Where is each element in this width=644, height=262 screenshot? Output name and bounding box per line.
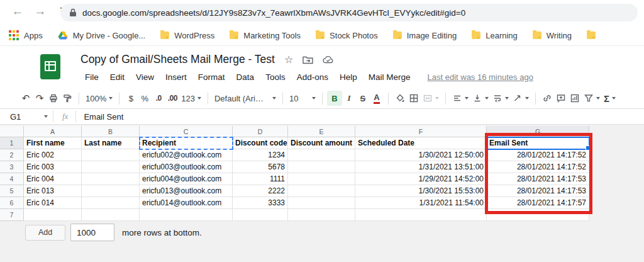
decrease-decimal-button[interactable]: .0: [152, 91, 165, 106]
redo-icon[interactable]: ↷: [33, 91, 47, 106]
cell-c1[interactable]: Recipient: [140, 137, 233, 149]
menu-mail-merge[interactable]: Mail Merge: [363, 71, 416, 84]
cell-e4[interactable]: [288, 173, 355, 185]
cell-b2[interactable]: [82, 149, 140, 161]
cell-c6[interactable]: ericfu014@outlook.com: [140, 197, 233, 209]
cell-e6[interactable]: [288, 197, 355, 209]
cell-e3[interactable]: [288, 161, 355, 173]
text-color-button[interactable]: A: [370, 91, 384, 106]
col-header-a[interactable]: A: [24, 126, 82, 137]
cell-d5[interactable]: 2222: [233, 185, 288, 197]
cell-b1[interactable]: Last name: [82, 137, 140, 149]
row-header[interactable]: 6: [0, 197, 24, 209]
cell-e2[interactable]: [288, 149, 355, 161]
cell-f7[interactable]: [355, 209, 487, 221]
move-to-folder-icon[interactable]: [303, 55, 313, 64]
document-title[interactable]: Copy of Gmail/Sheets Mail Merge - Test: [80, 53, 275, 66]
cell-g5[interactable]: 28/01/2021 14:17:53: [487, 185, 589, 197]
cell-c7[interactable]: [140, 209, 233, 221]
text-wrap-button[interactable]: [491, 91, 511, 106]
menu-insert[interactable]: Insert: [160, 71, 192, 84]
increase-decimal-button[interactable]: .00: [165, 91, 179, 106]
menu-addons[interactable]: Add-ons: [291, 71, 334, 84]
insert-chart-icon[interactable]: [568, 91, 582, 106]
cell-reference-box[interactable]: G1: [0, 112, 53, 122]
col-header-e[interactable]: E: [288, 126, 355, 137]
bookmark-apps[interactable]: Apps: [9, 30, 43, 40]
menu-format[interactable]: Format: [192, 71, 231, 84]
row-header[interactable]: 1: [0, 137, 24, 149]
paint-format-icon[interactable]: [60, 91, 74, 106]
zoom-select[interactable]: 100%: [84, 91, 114, 106]
functions-button[interactable]: Σ: [602, 91, 618, 106]
cell-a6[interactable]: Eric 014: [24, 197, 82, 209]
cell-d7[interactable]: [233, 209, 288, 221]
cell-f2[interactable]: 1/30/2021 12:50:00: [355, 149, 487, 161]
bold-button[interactable]: B: [327, 91, 342, 106]
cell-f5[interactable]: 1/30/2021 15:53:00: [355, 185, 487, 197]
row-header[interactable]: 2: [0, 149, 24, 161]
col-header-c[interactable]: C: [140, 126, 233, 137]
cell-d6[interactable]: 3333: [233, 197, 288, 209]
cell-d3[interactable]: 5678: [233, 161, 288, 173]
bookmark-image-editing[interactable]: Image Editing: [393, 31, 457, 40]
bookmark-writing[interactable]: Writing: [533, 31, 572, 40]
fill-color-button[interactable]: [393, 91, 407, 106]
row-header[interactable]: 4: [0, 173, 24, 185]
format-currency-button[interactable]: $: [124, 91, 138, 106]
rows-count-input[interactable]: [70, 224, 114, 241]
cell-b5[interactable]: [82, 185, 140, 197]
font-select[interactable]: Default (Ari…: [213, 91, 278, 106]
cell-g6[interactable]: 28/01/2021 14:17:57: [487, 197, 589, 209]
col-header-g[interactable]: G: [487, 126, 589, 137]
print-icon[interactable]: [47, 91, 60, 106]
text-rotation-button[interactable]: [511, 91, 531, 106]
undo-icon[interactable]: ↶: [19, 91, 33, 106]
bookmark-partial[interactable]: [587, 31, 596, 39]
cell-d1[interactable]: Discount code: [233, 137, 288, 149]
insert-link-icon[interactable]: [540, 91, 554, 106]
cell-f3[interactable]: 1/31/2021 13:51:00: [355, 161, 487, 173]
cell-c5[interactable]: ericfu013@outlook.com: [140, 185, 233, 197]
cell-e1[interactable]: Discount amount: [288, 137, 355, 149]
menu-edit[interactable]: Edit: [104, 71, 130, 84]
col-header-f[interactable]: F: [355, 126, 487, 137]
bookmark-marketing-tools[interactable]: Marketing Tools: [230, 31, 301, 40]
cloud-saved-icon[interactable]: [323, 55, 334, 64]
cell-g2[interactable]: 28/01/2021 14:17:52: [487, 149, 589, 161]
cell-c4[interactable]: ericfu004@outlook.com: [140, 173, 233, 185]
cell-g1[interactable]: Email Sent: [487, 137, 589, 149]
cell-f1[interactable]: Scheduled Date: [355, 137, 487, 149]
cell-f4[interactable]: 1/29/2021 14:52:00: [355, 173, 487, 185]
menu-data[interactable]: Data: [231, 71, 260, 84]
row-header[interactable]: 3: [0, 161, 24, 173]
cell-e5[interactable]: [288, 185, 355, 197]
cell-g4[interactable]: 28/01/2021 14:17:53: [487, 173, 589, 185]
more-formats-button[interactable]: 123: [179, 91, 203, 106]
col-header-b[interactable]: B: [82, 126, 140, 137]
add-rows-button[interactable]: Add: [25, 225, 65, 241]
italic-button[interactable]: I: [342, 91, 356, 106]
cell-a4[interactable]: Eric 004: [24, 173, 82, 185]
forward-icon[interactable]: →: [31, 3, 49, 20]
cell-a5[interactable]: Eric 013: [24, 185, 82, 197]
star-icon[interactable]: ☆: [284, 55, 293, 65]
cell-g3[interactable]: 28/01/2021 14:17:52: [487, 161, 589, 173]
menu-tools[interactable]: Tools: [260, 71, 291, 84]
menu-file[interactable]: File: [79, 71, 104, 84]
cell-d2[interactable]: 1234: [233, 149, 288, 161]
cell-b4[interactable]: [82, 173, 140, 185]
cell-a2[interactable]: Eric 002: [24, 149, 82, 161]
horizontal-align-button[interactable]: [450, 91, 470, 106]
filter-icon[interactable]: [582, 91, 602, 106]
cell-b3[interactable]: [82, 161, 140, 173]
cell-a1[interactable]: First name: [24, 137, 82, 149]
cell-a3[interactable]: Eric 003: [24, 161, 82, 173]
cell-d4[interactable]: 1111: [233, 173, 288, 185]
cell-c2[interactable]: ericfu002@outlook.com: [140, 149, 233, 161]
cell-a7[interactable]: [24, 209, 82, 221]
google-sheets-icon[interactable]: [40, 54, 60, 79]
bookmark-wordpress[interactable]: WordPress: [160, 31, 214, 40]
merge-cells-button[interactable]: [421, 91, 441, 106]
cell-b6[interactable]: [82, 197, 140, 209]
